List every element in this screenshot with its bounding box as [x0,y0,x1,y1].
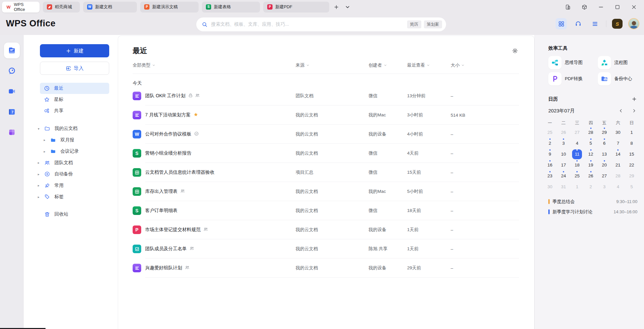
new-document-button[interactable]: 新建 [40,44,109,57]
sidebar-item[interactable]: 共享 [40,105,109,116]
calendar-day[interactable]: 22 [625,160,638,170]
calendar-day[interactable]: 23 [543,170,557,181]
expand-arrow-icon[interactable] [36,172,41,176]
calendar-day[interactable]: 31 [557,181,570,192]
filter-dropdown[interactable]: 全部类型 [133,62,155,68]
expand-arrow-icon[interactable] [36,161,41,164]
calendar-day[interactable]: 2 [543,138,557,149]
calendar-prev-button[interactable] [618,107,624,114]
calendar-day[interactable]: 24 [557,170,570,181]
tool-shortcut[interactable]: 思维导图 [548,56,598,69]
search-suggestion-chip[interactable]: 简历 [407,20,421,28]
sidebar-tree-item[interactable]: 自动备份 [24,168,118,180]
file-row[interactable]: 兴趣爱好组队计划 我的云文档 我的设备 29天前 – [133,258,519,278]
calendar-day[interactable]: 20 [597,160,611,170]
file-row[interactable]: W 公司对外合作协议模板 我的云文档 我的设备 4小时前 – [133,125,519,144]
calendar-day[interactable]: 3 [597,181,611,192]
maximize-icon[interactable] [614,3,621,11]
calendar-day[interactable]: 26 [584,170,597,181]
file-row[interactable]: 库存出入管理表 我的云文档 我的Mac 5小时前 – [133,182,519,201]
filter-dropdown[interactable]: 最近查看 [407,62,430,68]
filter-dropdown[interactable]: 来源 [296,62,309,68]
calendar-day[interactable]: 29 [625,170,638,181]
expand-arrow-icon[interactable] [42,150,47,153]
calendar-next-button[interactable] [631,107,637,114]
support-icon[interactable] [572,18,584,29]
file-row[interactable]: S 营销小组业绩分析报告 我的云文档 微信 4天前 – [133,144,519,163]
calendar-day[interactable]: 1 [625,127,638,138]
calendar-day[interactable]: 28 [611,170,625,181]
sidebar-item[interactable]: 星标 [40,94,109,105]
expand-arrow-icon[interactable] [36,127,41,131]
calendar-event[interactable]: 新季度学习计划讨论 14:30–16:00 [548,207,637,217]
calendar-day[interactable]: 1 [570,181,584,192]
document-tab[interactable]: W WPS Office [2,2,40,13]
calendar-day[interactable]: 19 [584,160,597,170]
calendar-day[interactable]: 13 [597,149,611,160]
membership-badge[interactable]: S [612,19,623,29]
calendar-day[interactable]: 27 [570,127,584,138]
calendar-day[interactable]: 10 [557,149,570,160]
calendar-day[interactable]: 30 [543,181,557,192]
close-icon[interactable] [630,3,637,11]
calendar-day[interactable]: 8 [625,138,638,149]
calendar-day[interactable]: 4 [611,181,625,192]
sidebar-tree-item[interactable]: 会议记录 [24,146,118,157]
import-button[interactable]: 导入 [40,62,109,75]
minimize-icon[interactable] [597,3,604,11]
tool-shortcut[interactable]: PDF转换 [548,72,598,85]
expand-arrow-icon[interactable] [36,184,41,187]
calendar-day[interactable]: 29 [597,127,611,138]
calendar-day[interactable]: 16 [543,160,557,170]
sidebar-tree-item[interactable]: 标签 [24,191,118,203]
calendar-event[interactable]: 季度总结会 9:30–11:00 [548,196,637,207]
file-row[interactable]: 团队 OKR 工作计划 团队文档 微信 13分钟前 – [133,86,519,105]
search-bar[interactable]: 搜索文档、模板、文库、应用、技巧... 简历策划案 [196,17,446,31]
document-tab[interactable]: 稻壳商城 [43,2,80,13]
filter-dropdown[interactable]: 大小 [451,62,465,68]
sidebar-item-trash[interactable]: 回收站 [40,209,109,220]
calendar-day[interactable]: 9 [543,149,557,160]
calendar-day[interactable]: 5 [625,181,638,192]
file-row[interactable]: 团队成员及分工名单 我的云文档 陈旭 共享 1天前 – [133,239,519,258]
rail-app-button[interactable] [4,83,20,99]
calendar-day[interactable]: 5 [584,138,597,149]
search-suggestion-chip[interactable]: 策划案 [424,20,442,28]
sidebar-tree-item[interactable]: 双月报 [24,135,118,146]
sidebar-tree-item[interactable]: 我的云文档 [24,123,118,135]
calendar-day[interactable]: 26 [557,127,570,138]
document-tab[interactable]: S 新建表格 [202,2,260,13]
file-row[interactable]: 云文档管人员信息统计表理器验收 项目汇总 微信 15天前 – [133,163,519,182]
file-row[interactable]: S 客户订单明细表 我的云文档 微信 18天前 – [133,201,519,220]
document-tab[interactable]: W 新建文档 [83,2,137,13]
tab-list-dropdown-button[interactable] [343,3,352,11]
document-tab[interactable]: P 新建演示文稿 [140,2,199,13]
new-tab-button[interactable] [332,3,340,11]
rail-app-button[interactable] [4,124,20,140]
tool-shortcut[interactable]: 备份中心 [598,72,637,85]
calendar-day[interactable]: 27 [597,170,611,181]
user-avatar[interactable] [628,18,639,29]
device-sync-icon[interactable] [564,3,571,11]
filter-dropdown[interactable]: 创建者 [369,62,387,68]
sidebar-item[interactable]: 最近 [40,83,109,94]
expand-arrow-icon[interactable] [42,138,47,142]
calendar-day[interactable]: 2 [584,181,597,192]
rail-app-button[interactable] [4,63,20,79]
rail-app-button[interactable] [4,43,20,58]
calendar-day[interactable]: 30 [611,127,625,138]
workspace-cube-icon[interactable] [581,3,588,11]
expand-arrow-icon[interactable] [36,195,41,199]
calendar-day[interactable]: 25 [570,170,584,181]
calendar-day[interactable]: 25 [543,127,557,138]
file-row[interactable]: P 市场主体登记提交材料规范 我的云文档 我的设备 1天前 – [133,220,519,239]
calendar-day[interactable]: 12 [584,149,597,160]
calendar-day[interactable]: 6 [597,138,611,149]
calendar-day[interactable]: 14 [611,149,625,160]
calendar-day[interactable]: 21 [611,160,625,170]
add-event-button[interactable] [631,96,637,102]
file-row[interactable]: 7 月线下活动策划方案 我的云文档 我的Mac 3小时前 514 KB [133,105,519,125]
calendar-day[interactable]: 15 [625,149,638,160]
list-settings-button[interactable] [512,47,519,54]
calendar-day[interactable]: 4 [570,138,584,149]
